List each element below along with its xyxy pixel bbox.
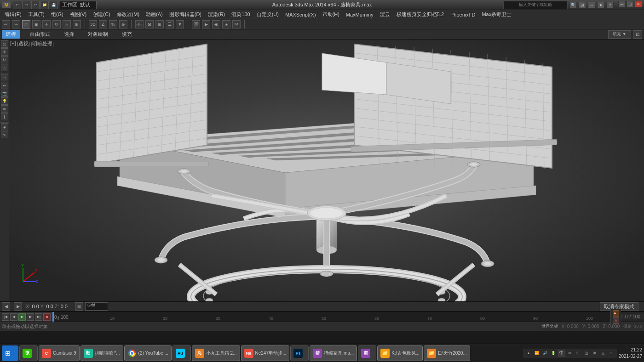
toolbar-icon2[interactable]: ↔ (588, 2, 595, 8)
start-button[interactable]: ⊞ (2, 345, 18, 361)
main-viewport[interactable]: [+] [透视] [明暗处理] (9, 40, 644, 301)
next-frame-btn[interactable]: ▶ (27, 313, 34, 321)
taskbar-wechat[interactable]: 微 (19, 345, 38, 361)
menu-render100[interactable]: 渲染100 (229, 11, 253, 18)
taskbar-ne247[interactable]: Ne Ne247电动步... (241, 345, 290, 361)
tray-icon4[interactable]: ⊞ (591, 350, 598, 357)
tray-icon3[interactable]: ◫ (583, 350, 590, 357)
menu-slim[interactable]: 极速瘦身安全归档5.2 (394, 11, 447, 18)
select-region-btn[interactable]: ▣ (32, 20, 40, 28)
play-btn[interactable]: ▶ (18, 313, 26, 321)
add-key-btn[interactable]: ◆+ (613, 310, 619, 317)
left-tool-scale[interactable]: △ (1, 64, 8, 71)
toolbar-icon1[interactable]: ⊞ (579, 2, 586, 8)
left-tool-helper[interactable]: ⊕ (1, 105, 8, 113)
quick-access-btn[interactable]: ↩ (13, 1, 21, 9)
left-tool-move[interactable]: ✛ (1, 48, 8, 56)
grid-btn[interactable]: ⊞ (75, 302, 83, 311)
r3-btn2[interactable]: ▶ (14, 302, 22, 311)
menu-antivirus[interactable]: Max杀毒卫士 (479, 11, 514, 18)
toolbar-icon3[interactable]: ★ (597, 2, 604, 8)
taskbar-camtasia[interactable]: C Camtasia 9 (39, 345, 80, 361)
taskbar-tool[interactable]: 丸 小丸工具箱 2... (192, 345, 240, 361)
menu-render[interactable]: 渲染(R) (205, 11, 228, 18)
system-clock[interactable]: 21:22 2021-02-27 (619, 347, 642, 360)
taskbar-ps[interactable]: Ps (290, 345, 309, 361)
left-tool-link[interactable]: ⊸ (1, 74, 8, 81)
select-btn[interactable]: ▢ (22, 20, 30, 28)
render-frame-btn[interactable]: ▶ (202, 20, 210, 28)
workspace-dropdown[interactable]: 工作区: 默认 (60, 1, 97, 9)
align-btn[interactable]: ⊠ (145, 20, 154, 28)
tray-battery[interactable]: 🔋 (550, 350, 557, 357)
maximize-button[interactable]: □ (627, 1, 634, 7)
menu-yuncloud[interactable]: 渲云 (377, 11, 393, 18)
left-tool-curve[interactable]: ∿ (1, 131, 8, 138)
reference-btn[interactable]: ⊞ (73, 20, 81, 28)
taskbar-chrome[interactable]: (2) YouTube ... (124, 345, 172, 361)
prev-frame-btn[interactable]: ◀ (10, 313, 17, 321)
menu-help[interactable]: 帮助(H) (320, 11, 342, 18)
redo-btn[interactable]: ↪ (12, 20, 20, 28)
manage-layers-btn[interactable]: ☰ (166, 20, 174, 28)
tray-icon2[interactable]: ⊡ (575, 350, 582, 357)
menu-graph-editor[interactable]: 图形编辑器(D) (167, 11, 204, 18)
taskbar-adobe-au[interactable]: Au (172, 345, 191, 361)
viewport-label[interactable]: [+] [透视] [明暗处理] (10, 40, 54, 47)
menu-group[interactable]: 组(G) (48, 11, 66, 18)
left-tool-camera[interactable]: 📷 (1, 90, 8, 97)
render-message-btn[interactable]: ✉ (232, 20, 241, 28)
menu-view[interactable]: 视图(V) (67, 11, 90, 18)
taskbar-dragon[interactable]: 猎 猎编家具.ma... (310, 345, 357, 361)
timeline-scrubber[interactable]: 0 / 100 0 10 20 30 40 50 60 70 80 90 100 (52, 312, 610, 322)
search-help-input[interactable]: 输入关键字或短语 (503, 1, 568, 9)
taskbar-mojian[interactable]: 磨 (358, 345, 376, 361)
quick-access-btn2[interactable]: ↪ (22, 1, 30, 9)
tray-input[interactable]: 中 (558, 350, 565, 357)
tray-icon6[interactable]: ⊕ (608, 350, 615, 357)
left-tool-material[interactable]: ◈ (1, 123, 8, 130)
tray-network[interactable]: 📶 (533, 350, 540, 357)
left-tool-select[interactable]: ▢ (1, 40, 8, 48)
move-btn[interactable]: ✛ (42, 20, 51, 28)
menu-modifier[interactable]: 修改器(M) (114, 11, 143, 18)
left-tool-unlink[interactable]: ⊷ (1, 82, 8, 89)
quick-access-btn5[interactable]: 💾 (50, 1, 58, 9)
angle-snap-btn[interactable]: ∠ (99, 20, 107, 28)
go-end-btn[interactable]: ▶| (35, 313, 42, 321)
snap3d-btn[interactable]: 3D (89, 20, 97, 28)
spinner-snap-btn[interactable]: ⊕ (119, 20, 127, 28)
menu-maxscript[interactable]: MAXScript(X) (282, 11, 319, 18)
menu-phoenixfd[interactable]: PhoenixFD (448, 11, 478, 18)
menu-animation[interactable]: 动画(A) (143, 11, 166, 18)
align-view-btn[interactable]: ⊞ (155, 20, 164, 28)
r3-btn1[interactable]: ◀ (2, 302, 10, 311)
menu-edit[interactable]: 编辑(E) (2, 11, 24, 18)
taskbar-folder1[interactable]: 📁 K:\古色数凤... (377, 345, 423, 361)
key-mode-btn[interactable]: ◆ (43, 313, 51, 321)
tab-populate[interactable]: 填充 (118, 30, 136, 39)
search-icon[interactable]: 🔍 (569, 2, 577, 8)
taskbar-folder2[interactable]: 📁 E:\天竹2020... (424, 345, 470, 361)
tray-volume[interactable]: 🔊 (541, 350, 549, 357)
left-tool-light[interactable]: 💡 (1, 97, 8, 105)
tray-icon5[interactable]: △ (599, 350, 607, 357)
undo-btn[interactable]: ↩ (2, 20, 10, 28)
layer-dropdown-btn[interactable]: ▼ (176, 20, 184, 28)
percent-snap-btn[interactable]: % (109, 20, 117, 28)
menu-maxmummy[interactable]: MaxMummy (343, 11, 376, 18)
go-start-btn[interactable]: |◀ (2, 313, 9, 321)
menu-tools[interactable]: 工具(T) (25, 11, 47, 18)
grid-spacing-dropdown[interactable]: Grid (85, 302, 108, 311)
tab-freeform[interactable]: 自由形式 (26, 30, 54, 39)
tray-icon1[interactable]: ⊕ (566, 350, 574, 357)
coord-type-btn[interactable]: 世界坐标 (541, 323, 558, 329)
render-setup-btn[interactable]: 🎬 (192, 20, 200, 28)
tray-expand[interactable]: ▲ (525, 350, 532, 357)
quick-access-btn3[interactable]: ↩ (31, 1, 40, 9)
menu-customize[interactable]: 自定义(U) (254, 11, 282, 18)
left-tool-rotate[interactable]: ↻ (1, 56, 8, 63)
scale-btn[interactable]: △ (63, 20, 71, 28)
minimize-button[interactable]: ─ (618, 1, 626, 7)
fill-btn[interactable]: 填充 ▼ (608, 30, 631, 39)
